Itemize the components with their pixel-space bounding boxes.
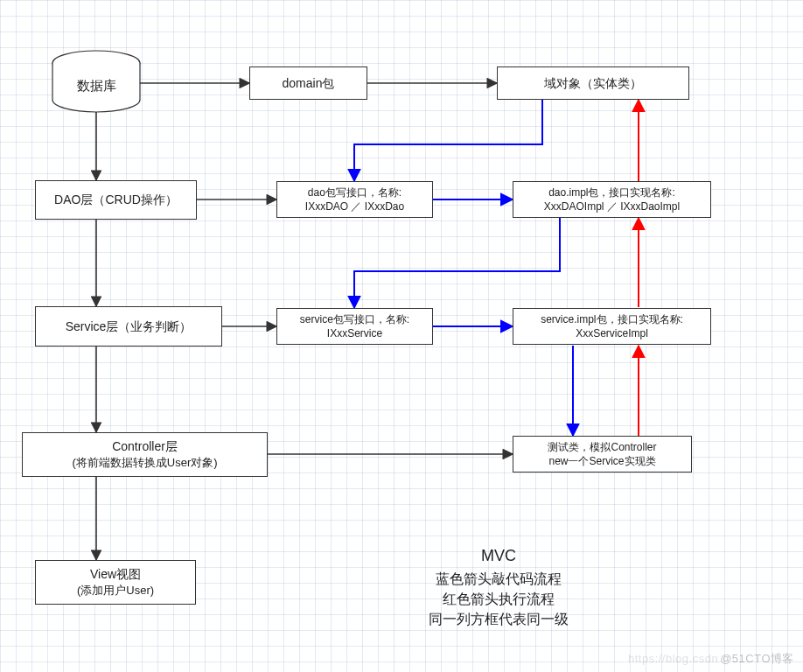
node-service-interface: service包写接口，名称: IXxxService	[276, 308, 433, 345]
controller-line2: (将前端数据转换成User对象)	[72, 455, 217, 471]
legend-title: MVC	[367, 544, 630, 567]
service-impl-line2: XxxServiceImpl	[541, 326, 683, 340]
legend: MVC 蓝色箭头敲代码流程 红色箭头执行流程 同一列方框代表同一级	[367, 544, 630, 630]
dao-impl-line1: dao.impl包，接口实现名称:	[544, 186, 680, 200]
node-entity: 域对象（实体类）	[497, 66, 689, 100]
node-controller: Controller层 (将前端数据转换成User对象)	[22, 432, 268, 477]
controller-line1: Controller层	[72, 438, 217, 455]
watermark-text: @51CTO博客	[720, 652, 794, 665]
legend-blue: 蓝色箭头敲代码流程	[367, 569, 630, 589]
node-db: 数据库	[52, 61, 140, 110]
diagram-canvas: 数据库 domain包 域对象（实体类） DAO层（CRUD操作） dao包写接…	[0, 0, 803, 672]
service-impl-line1: service.impl包，接口实现名称:	[541, 312, 683, 326]
node-test: 测试类，模拟Controller new一个Service实现类	[513, 436, 692, 472]
legend-red: 红色箭头执行流程	[367, 589, 630, 609]
node-dao-interface: dao包写接口，名称: IXxxDAO ／ IXxxDao	[276, 181, 433, 218]
legend-same: 同一列方框代表同一级	[367, 609, 630, 629]
service-if-line1: service包写接口，名称:	[300, 312, 409, 326]
node-service-layer: Service层（业务判断）	[35, 306, 222, 346]
node-service-impl: service.impl包，接口实现名称: XxxServiceImpl	[513, 308, 711, 345]
service-if-line2: IXxxService	[300, 326, 409, 340]
node-dao-layer-label: DAO层（CRUD操作）	[54, 192, 178, 208]
view-line1: View视图	[77, 566, 154, 583]
dao-if-line2: IXxxDAO ／ IXxxDao	[305, 200, 404, 214]
node-dao-layer: DAO层（CRUD操作）	[35, 180, 197, 220]
node-domain: domain包	[249, 66, 367, 100]
node-service-layer-label: Service层（业务判断）	[66, 318, 192, 335]
test-line2: new一个Service实现类	[548, 454, 656, 468]
dao-impl-line2: XxxDAOImpl ／ IXxxDaoImpl	[544, 200, 680, 214]
test-line1: 测试类，模拟Controller	[548, 440, 656, 454]
node-view: View视图 (添加用户User)	[35, 560, 196, 605]
watermark-faint: https://blog.csdn	[628, 652, 718, 665]
dao-if-line1: dao包写接口，名称:	[305, 186, 404, 200]
watermark: https://blog.csdn@51CTO博客	[628, 651, 794, 667]
node-domain-label: domain包	[283, 75, 335, 92]
node-dao-impl: dao.impl包，接口实现名称: XxxDAOImpl ／ IXxxDaoIm…	[513, 181, 711, 218]
view-line2: (添加用户User)	[77, 583, 154, 598]
node-entity-label: 域对象（实体类）	[544, 75, 642, 92]
node-db-label: 数据库	[77, 78, 116, 94]
